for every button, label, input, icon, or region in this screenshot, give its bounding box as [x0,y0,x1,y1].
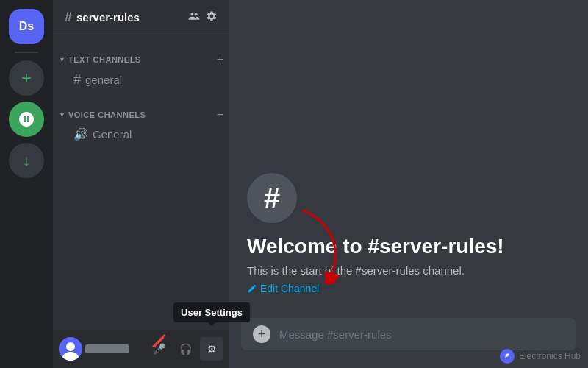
channel-list: ▼ TEXT CHANNELS + # general ▼ VOICE CHAN… [53,35,229,330]
channel-item-general-voice[interactable]: 🔊 General [59,124,223,144]
user-bar: 🎤 🎧 ⚙ User Settings [53,330,229,368]
edit-icon [247,283,257,294]
message-input[interactable] [279,328,564,341]
main-content: # Welcome to #server-rules! This is the … [229,0,588,368]
welcome-desc: This is the start of the #server-rules c… [247,264,465,277]
channel-name-general: general [85,74,122,86]
user-avatar [59,337,82,361]
watermark-label: Electronics Hub [519,351,581,361]
add-voice-channel-button[interactable]: + [217,108,223,121]
channel-header[interactable]: # server-rules [53,0,229,35]
avatar-image [59,337,82,361]
voice-channel-icon: 🔊 [74,127,88,141]
edit-channel-label: Edit Channel [260,283,319,294]
voice-channels-label: VOICE CHANNELS [68,110,217,119]
server-list: Ds + ↓ [0,0,53,368]
community-icon [18,110,35,128]
watermark-logo [500,349,514,364]
deafen-button[interactable]: 🎧 [173,337,197,361]
server-divider [15,52,38,53]
settings-icon-header[interactable] [206,10,218,25]
server-icon-community[interactable] [9,102,44,137]
username [85,344,129,353]
main-body: # Welcome to #server-rules! This is the … [229,0,588,318]
mute-button[interactable]: 🎤 [147,337,171,361]
members-icon[interactable] [188,10,200,25]
message-add-button[interactable]: + [253,325,270,343]
header-icons [188,10,218,25]
svg-point-1 [66,342,75,351]
watermark: Electronics Hub [500,349,581,364]
add-text-channel-button[interactable]: + [217,53,223,66]
channel-item-general[interactable]: # general [59,69,223,91]
text-channels-label: TEXT CHANNELS [68,55,217,64]
server-icon-download[interactable]: ↓ [9,143,44,178]
channel-name-general-voice: General [93,128,132,141]
voice-chevron-icon: ▼ [59,111,65,118]
edit-channel-link[interactable]: Edit Channel [247,283,319,294]
welcome-area: # Welcome to #server-rules! This is the … [241,173,504,294]
text-channel-icon: # [74,72,81,88]
hash-icon: # [65,10,72,25]
settings-button[interactable]: ⚙ User Settings [200,337,223,361]
server-icon-add[interactable]: + [9,60,44,96]
chevron-icon: ▼ [59,56,65,63]
welcome-title: Welcome to #server-rules! [247,235,504,258]
message-input-wrapper: + [241,318,576,350]
welcome-channel-icon: # [247,173,297,223]
text-channels-category[interactable]: ▼ TEXT CHANNELS + [53,41,229,69]
channel-header-name: server-rules [76,11,140,24]
user-info [85,344,144,353]
user-controls: 🎤 🎧 ⚙ User Settings [147,337,223,361]
server-icon-ds[interactable]: Ds [9,9,44,44]
voice-channels-category[interactable]: ▼ VOICE CHANNELS + [53,96,229,124]
channel-sidebar: # server-rules ▼ TEXT CHANNELS + # gener… [53,0,229,368]
